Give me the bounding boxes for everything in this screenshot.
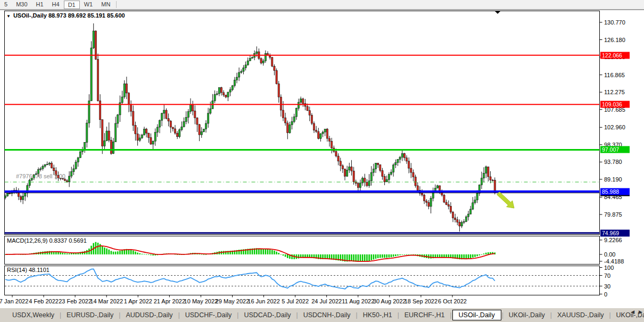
timeframe-button-h1[interactable]: H1 bbox=[32, 1, 48, 9]
timeframe-button-mn[interactable]: MN bbox=[97, 1, 114, 9]
chart-tab-eurchf-h1[interactable]: EURCHF-,H1 bbox=[400, 310, 450, 320]
chart-tab-audusd-daily[interactable]: AUDUSD-,Daily bbox=[121, 310, 177, 320]
toolbar-separator bbox=[116, 1, 117, 8]
chart-canvas bbox=[0, 0, 644, 322]
timeframe-button-m30[interactable]: M30 bbox=[12, 1, 31, 9]
chart-tab-eurusd-daily[interactable]: EURUSD-,Daily bbox=[62, 310, 118, 320]
symbol-tab-bar: USDX,Weekly|EURUSD-,Daily|AUDUSD-,Daily|… bbox=[0, 308, 644, 322]
timeframe-button-d1[interactable]: D1 bbox=[64, 1, 80, 9]
timeframe-button-h4[interactable]: H4 bbox=[48, 1, 64, 9]
tab-scroll-arrows: ◀ ▶ bbox=[631, 309, 642, 315]
tab-scroll-left-icon[interactable]: ◀ bbox=[631, 309, 634, 315]
timeframe-button-w1[interactable]: W1 bbox=[80, 1, 97, 9]
timeframe-button-5[interactable]: 5 bbox=[0, 1, 12, 9]
timeframe-toolbar: 5M30H1H4D1W1MN bbox=[0, 0, 644, 10]
chart-tab-usoil-daily[interactable]: USOil-,Daily bbox=[452, 310, 501, 320]
tab-scroll-right-icon[interactable]: ▶ bbox=[639, 309, 642, 315]
chart-tab-ukoil-daily[interactable]: UKOil-,Daily bbox=[504, 310, 550, 320]
chart-tab-usdcad-daily[interactable]: USDCAD-,Daily bbox=[239, 310, 295, 320]
chart-tab-usdchf-daily[interactable]: USDCHF-,Daily bbox=[180, 310, 237, 320]
chart-tab-usdcnh-daily[interactable]: USDCNH-,Daily bbox=[299, 310, 356, 320]
chart-tab-hk50-h1[interactable]: HK50-,H1 bbox=[358, 310, 397, 320]
chart-tab-xauusd-daily[interactable]: XAUUSD-,Daily bbox=[552, 310, 609, 320]
chart-tab-usdx-weekly[interactable]: USDX,Weekly bbox=[7, 310, 59, 320]
trading-terminal: 5M30H1H4D1W1MN 130.770126.180121.590116.… bbox=[0, 0, 644, 322]
